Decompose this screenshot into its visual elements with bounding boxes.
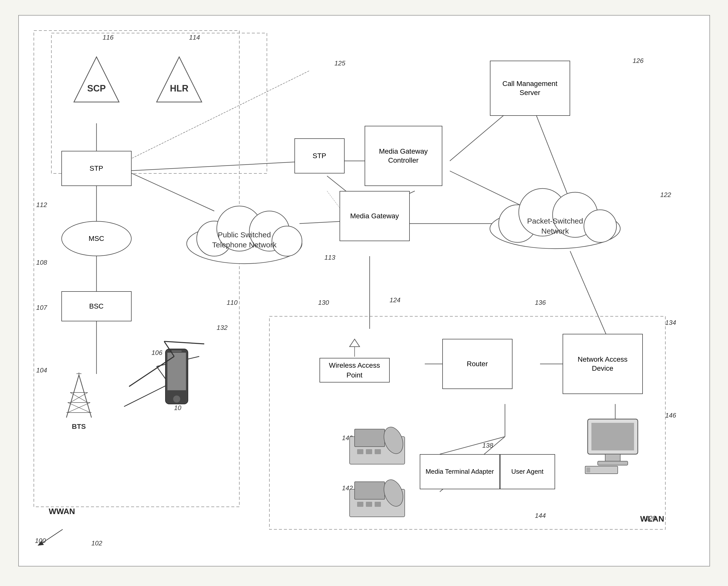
svg-rect-78 (366, 502, 372, 507)
bsc-node: BSC (61, 291, 132, 321)
svg-rect-75 (355, 482, 385, 499)
user-agent-node: User Agent (500, 454, 555, 489)
ref-125: 125 (335, 59, 345, 67)
svg-marker-59 (349, 339, 360, 347)
media-terminal-adapter-node: Media Terminal Adapter (420, 454, 500, 489)
svg-text:SCP: SCP (87, 83, 105, 94)
packet-switched-network-node: Packet-Switched Network (485, 171, 625, 256)
ref-130: 130 (318, 299, 329, 307)
svg-text:Network: Network (541, 227, 569, 235)
svg-rect-85 (587, 467, 590, 473)
svg-rect-83 (598, 461, 628, 465)
computer-146-icon (575, 414, 650, 479)
ref-132: 132 (217, 324, 228, 332)
svg-text:Public Switched: Public Switched (218, 231, 271, 239)
svg-marker-87 (37, 541, 44, 546)
ref-144: 144 (535, 512, 546, 519)
svg-rect-73 (375, 449, 381, 454)
media-gateway-controller-node: Media Gateway Controller (365, 126, 442, 186)
svg-line-65 (129, 356, 174, 386)
network-access-device-node: Network Access Device (563, 334, 643, 394)
phone-142-icon (342, 474, 412, 524)
svg-rect-71 (357, 449, 363, 454)
svg-line-67 (164, 341, 204, 344)
svg-rect-69 (355, 429, 385, 447)
svg-line-22 (440, 437, 505, 454)
svg-rect-82 (605, 454, 620, 462)
svg-text:Telephone Network: Telephone Network (212, 240, 277, 249)
msc-node: MSC (61, 221, 132, 256)
svg-text:HLR: HLR (170, 83, 188, 94)
wwan-label: WWAN (49, 507, 75, 516)
scp-node: SCP (59, 35, 134, 123)
router-node: Router (442, 339, 513, 389)
hlr-node: HLR (141, 35, 217, 123)
ref-113: 113 (324, 254, 335, 261)
wireless-access-point-node: Wireless Access Point (305, 316, 405, 404)
svg-line-18 (570, 251, 610, 344)
pstn-node: Public Switched Telephone Network (182, 186, 307, 271)
ref-146: 146 (665, 412, 676, 419)
svg-line-66 (164, 341, 174, 356)
svg-rect-77 (357, 502, 363, 507)
ref-108: 108 (36, 259, 47, 266)
phone-140-icon (342, 422, 412, 472)
svg-marker-30 (74, 57, 119, 102)
call-management-server-node: Call Management Server (490, 61, 570, 116)
stp-right-node: STP (294, 138, 344, 174)
svg-marker-32 (157, 57, 202, 102)
stp-left-node: STP (61, 151, 132, 186)
ref-122: 122 (660, 191, 671, 199)
ref-110: 110 (227, 299, 238, 307)
svg-point-56 (584, 210, 617, 243)
svg-rect-72 (366, 449, 372, 454)
svg-rect-79 (375, 502, 381, 507)
ref-136: 136 (535, 299, 546, 307)
ref-112: 112 (36, 201, 47, 209)
diagram-container: 100 WWAN WLAN 102 104 107 108 112 110 11… (18, 15, 710, 566)
ref-134: 134 (665, 319, 676, 327)
ref-124: 124 (390, 296, 400, 304)
ref-107: 107 (36, 304, 47, 311)
svg-line-86 (40, 529, 63, 544)
svg-rect-81 (592, 423, 634, 451)
media-gateway-node: Media Gateway (340, 191, 410, 241)
ref-102: 102 (92, 539, 102, 547)
ref-126: 126 (633, 57, 644, 65)
svg-text:Packet-Switched: Packet-Switched (527, 217, 583, 225)
ref-138: 138 (483, 442, 493, 450)
ref-120: 120 (645, 514, 656, 522)
bts-node: BTS (44, 366, 114, 437)
svg-line-8 (127, 161, 314, 171)
